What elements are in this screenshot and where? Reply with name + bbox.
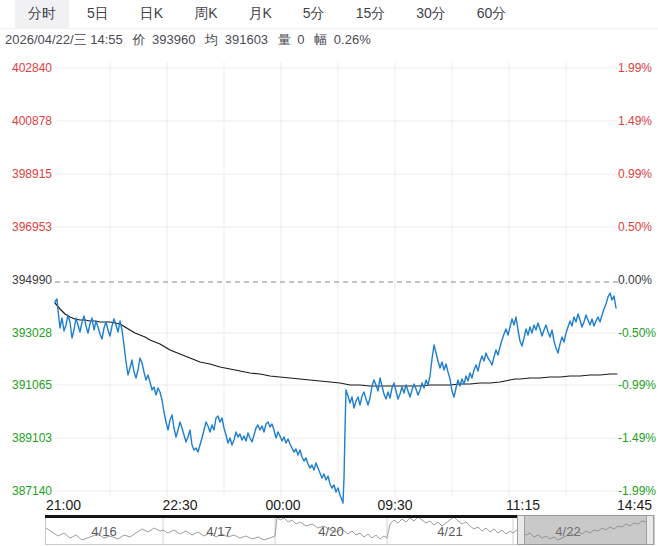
y-axis-pct-neg199: -1.99%: [618, 484, 658, 498]
y-axis-pct-pos149: 1.49%: [618, 114, 658, 128]
x-axis-2100: 21:00: [46, 498, 98, 513]
trading-app-window: 分时 5日 日K 周K 月K 5分 15分 30分 60分 2026/04/22…: [0, 0, 658, 546]
y-axis-price-400878: 400878: [8, 114, 52, 128]
navigator-selection-window[interactable]: [518, 515, 653, 545]
x-axis-2230: 22:30: [154, 498, 206, 513]
y-axis-pct-neg050: -0.50%: [618, 326, 658, 340]
x-axis-0000: 00:00: [257, 498, 309, 513]
y-axis-pct-pos050: 0.50%: [618, 220, 658, 234]
intraday-chart[interactable]: [0, 0, 658, 546]
y-axis-price-398915: 398915: [8, 167, 52, 181]
y-axis-price-396953: 396953: [8, 220, 52, 234]
y-axis-pct-pos099: 0.99%: [618, 167, 658, 181]
x-axis-1115: 11:15: [497, 498, 549, 513]
y-axis-pct-pos199: 1.99%: [618, 61, 658, 75]
y-axis-pct-neg099: -0.99%: [618, 378, 658, 392]
y-axis-price-393028: 393028: [8, 326, 52, 340]
y-axis-price-402840: 402840: [8, 61, 52, 75]
y-axis-price-387140: 387140: [8, 484, 52, 498]
nav-date-0416[interactable]: 4/16: [78, 524, 130, 539]
x-axis-0930: 09:30: [369, 498, 421, 513]
nav-date-0420[interactable]: 4/20: [305, 524, 357, 539]
navigator-loaded-range-bar: [45, 515, 518, 518]
navigator-left-drag-handle[interactable]: [517, 515, 525, 545]
y-axis-price-391065: 391065: [8, 378, 52, 392]
x-axis-1445: 14:45: [600, 498, 652, 513]
y-axis-pct-neg149: -1.49%: [618, 431, 658, 445]
y-axis-pct-zero: 0.00%: [618, 273, 658, 287]
nav-date-0417[interactable]: 4/17: [193, 524, 245, 539]
nav-date-0421[interactable]: 4/21: [424, 524, 476, 539]
y-axis-price-389103: 389103: [8, 431, 52, 445]
y-axis-price-prevclose: 394990: [8, 273, 52, 287]
navigator-right-drag-handle[interactable]: [646, 515, 654, 545]
